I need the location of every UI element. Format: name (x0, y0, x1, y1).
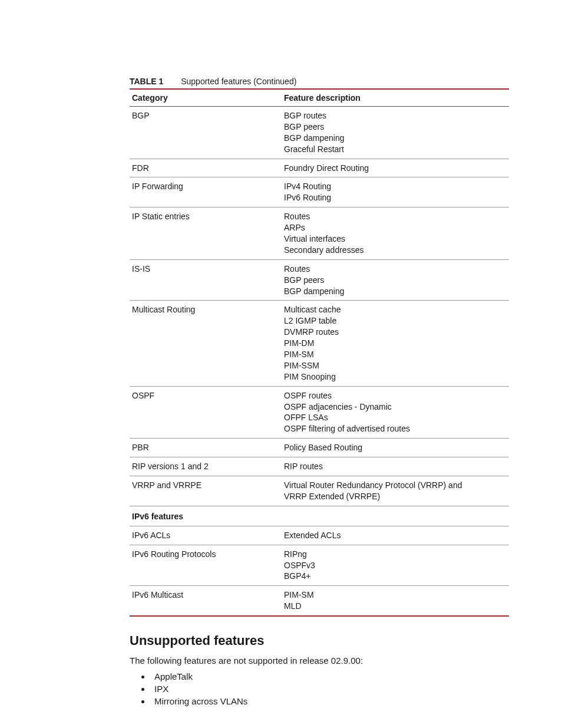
column-header-feature: Feature description (282, 89, 509, 107)
feature-line: Policy Based Routing (284, 442, 507, 453)
feature-line: BGP peers (284, 275, 507, 286)
table-row-features: Virtual Router Redundancy Protocol (VRRP… (282, 476, 509, 506)
supported-features-table: Category Feature description BGPBGP rout… (130, 88, 509, 617)
table-row-features: RoutesBGP peersBGP dampening (282, 259, 509, 301)
feature-line: RIP routes (284, 461, 507, 472)
feature-line: BGP dampening (284, 133, 507, 144)
table-row-features: BGP routesBGP peersBGP dampeningGraceful… (282, 107, 509, 159)
feature-line: BGP routes (284, 110, 507, 121)
feature-line: PIM Snooping (284, 371, 507, 383)
feature-line: PIM-SM (284, 349, 507, 360)
feature-line: Foundry Direct Routing (284, 163, 507, 174)
feature-line: PIM-SM (284, 589, 507, 601)
table-caption: TABLE 1 Supported features (Continued) (130, 77, 509, 86)
feature-line: Graceful Restart (284, 144, 507, 155)
list-item: AppleTalk (151, 671, 509, 681)
feature-line: Routes (284, 211, 507, 222)
table-row-features: RIPngOSPFv3BGP4+ (282, 545, 509, 586)
table-row-category: IP Static entries (130, 207, 282, 260)
unsupported-list: AppleTalkIPXMirroring across VLANs (130, 671, 509, 706)
feature-line: DVMRP routes (284, 327, 507, 338)
table-row-category: IS-IS (130, 259, 282, 301)
table-row-category: PBR (130, 439, 282, 457)
table-row-features: Policy Based Routing (282, 439, 509, 457)
table-row-category: IPv6 Multicast (130, 586, 282, 616)
table-row-category: RIP versions 1 and 2 (130, 457, 282, 476)
column-header-category: Category (130, 89, 282, 107)
table-row-features: Foundry Direct Routing (282, 159, 509, 177)
table-section-header: IPv6 features (130, 506, 509, 526)
table-row-features: RoutesARPsVirtual interfacesSecondary ad… (282, 207, 509, 260)
table-row-features: Multicast cacheL2 IGMP tableDVMRP routes… (282, 301, 509, 386)
feature-line: OSPF adjacencies - Dynamic (284, 401, 507, 413)
table-row-category: BGP (130, 107, 282, 159)
feature-line: OSPF routes (284, 390, 507, 401)
table-row-features: OSPF routesOSPF adjacencies - DynamicOFP… (282, 386, 509, 439)
feature-line: ARPs (284, 222, 507, 233)
section-intro: The following features are not supported… (130, 655, 509, 666)
table-row-features: Extended ACLs (282, 526, 509, 545)
table-row-category: IPv6 Routing Protocols (130, 545, 282, 586)
feature-line: Multicast cache (284, 304, 507, 315)
table-caption-text: Supported features (Continued) (181, 77, 296, 86)
feature-line: OFPF LSAs (284, 412, 507, 423)
feature-line: IPv6 Routing (284, 192, 507, 203)
feature-line: OSPFv3 (284, 560, 507, 571)
feature-line: PIM-SSM (284, 360, 507, 371)
table-row-features: PIM-SMMLD (282, 586, 509, 616)
feature-line: Virtual Router Redundancy Protocol (VRRP… (284, 480, 507, 491)
document-page: TABLE 1 Supported features (Continued) C… (0, 0, 562, 728)
feature-line: MLD (284, 601, 507, 612)
table-row-category: OSPF (130, 386, 282, 439)
table-row-category: VRRP and VRRPE (130, 476, 282, 506)
table-label: TABLE 1 (130, 77, 163, 86)
feature-line: PIM-DM (284, 338, 507, 349)
table-row-category: IP Forwarding (130, 177, 282, 207)
feature-line: IPv4 Routing (284, 181, 507, 192)
feature-line: L2 IGMP table (284, 315, 507, 327)
list-item: Mirroring across VLANs (151, 696, 509, 706)
feature-line: BGP dampening (284, 286, 507, 297)
list-item: IPX (151, 684, 509, 694)
feature-line: Extended ACLs (284, 530, 507, 541)
table-row-category: IPv6 ACLs (130, 526, 282, 545)
table-row-features: IPv4 RoutingIPv6 Routing (282, 177, 509, 207)
table-row-category: FDR (130, 159, 282, 177)
feature-line: Virtual interfaces (284, 233, 507, 245)
table-row-features: RIP routes (282, 457, 509, 476)
feature-line: OSPF filtering of advertised routes (284, 423, 507, 434)
feature-line: BGP4+ (284, 571, 507, 582)
feature-line: Secondary addresses (284, 245, 507, 256)
table-row-category: Multicast Routing (130, 301, 282, 386)
section-heading-unsupported: Unsupported features (130, 633, 509, 648)
feature-line: BGP peers (284, 121, 507, 133)
feature-line: VRRP Extended (VRRPE) (284, 491, 507, 502)
feature-line: Routes (284, 263, 507, 275)
feature-line: RIPng (284, 549, 507, 560)
